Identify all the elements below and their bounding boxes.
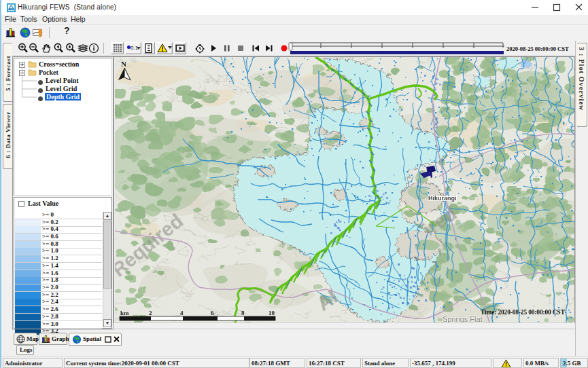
svg-text:?: ? <box>64 25 70 36</box>
